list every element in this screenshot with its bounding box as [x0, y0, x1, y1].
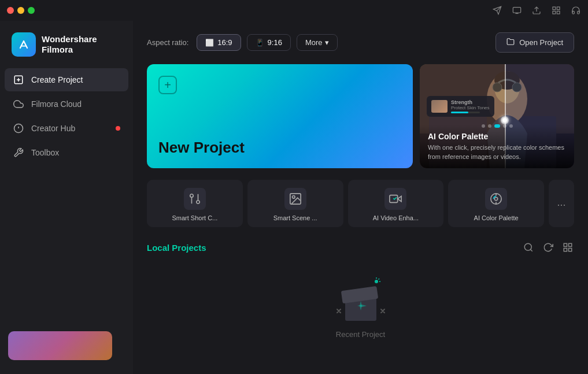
svg-point-23	[190, 194, 194, 198]
toolbox-label: Toolbox	[31, 148, 59, 157]
tool-label-0: Smart Short C...	[153, 214, 237, 221]
toolbox-icon	[13, 147, 24, 158]
aspect-ratio-label: Aspect ratio:	[147, 38, 188, 47]
landscape-icon: ⬜	[205, 39, 214, 47]
sidebar: Wondershare Filmora Create Project	[0, 21, 133, 374]
portrait-icon: 📱	[256, 39, 264, 47]
ai-tools-row: Smart Short C... Smart Scene ... AI Vide…	[147, 180, 574, 227]
aspect-btn-9-16[interactable]: 📱 9:16	[247, 34, 291, 51]
ai-split-dot	[501, 116, 509, 124]
brand-name: Wondershare	[42, 34, 97, 45]
upload-icon[interactable]	[531, 5, 542, 16]
creator-hub-label: Creator Hub	[31, 124, 75, 133]
ai-feature-card[interactable]: Strength Protect Skin Tones	[420, 64, 574, 168]
close-button[interactable]	[7, 7, 14, 14]
sidebar-item-creator-hub[interactable]: Creator Hub	[5, 117, 128, 140]
empty-state-label: Recent Project	[336, 330, 385, 339]
aspect-9-16-label: 9:16	[268, 38, 282, 47]
refresh-icon[interactable]	[542, 241, 554, 254]
app-body: Wondershare Filmora Create Project	[0, 21, 588, 374]
tool-ai-color-palette[interactable]: AI Color Palette	[448, 180, 544, 227]
maximize-button[interactable]	[28, 7, 35, 14]
aspect-ratio-bar: Aspect ratio: ⬜ 16:9 📱 9:16 More ▾ Open …	[147, 32, 574, 53]
svg-rect-40	[569, 249, 572, 251]
svg-point-24	[197, 201, 200, 204]
titlebar-actions	[492, 5, 581, 16]
sidebar-item-toolbox[interactable]: Toolbox	[5, 141, 128, 164]
ai-dot-4	[503, 124, 506, 128]
sidebar-item-filmora-cloud[interactable]: Filmora Cloud	[5, 92, 128, 116]
local-projects-actions	[522, 241, 574, 254]
svg-rect-4	[553, 11, 556, 14]
svg-rect-5	[557, 11, 560, 14]
filmora-cloud-label: Filmora Cloud	[31, 99, 82, 109]
filmora-cloud-icon	[13, 98, 24, 110]
tool-label-3: AI Color Palette	[454, 214, 538, 221]
ai-card-image: Strength Protect Skin Tones	[420, 64, 574, 168]
svg-marker-29	[398, 196, 401, 201]
local-projects-section: Local Projects	[147, 241, 574, 254]
tool-more[interactable]: ···	[549, 180, 574, 227]
tool-smart-short-cut[interactable]: Smart Short C...	[147, 180, 243, 227]
ai-skin-text: Strength Protect Skin Tones	[451, 99, 490, 113]
svg-rect-39	[564, 249, 567, 251]
app-logo: Wondershare Filmora	[0, 28, 133, 68]
smart-short-cut-icon	[184, 188, 206, 210]
empty-state: Recent Project	[147, 265, 574, 350]
sidebar-bottom	[0, 324, 133, 367]
ai-dot-3	[494, 124, 500, 128]
screen-icon[interactable]	[512, 5, 522, 16]
empty-box-illustration	[335, 277, 387, 323]
create-project-label: Create Project	[31, 75, 83, 84]
folder-icon	[506, 38, 515, 47]
minimize-button[interactable]	[17, 7, 24, 14]
aspect-16-9-label: 16:9	[217, 38, 232, 47]
grid-icon[interactable]	[551, 5, 561, 16]
open-project-label: Open Project	[519, 38, 563, 47]
svg-point-28	[292, 196, 295, 199]
tool-smart-scene[interactable]: Smart Scene ...	[247, 180, 343, 227]
ai-color-palette-icon	[485, 188, 507, 210]
svg-rect-38	[569, 243, 572, 246]
tool-label-1: Smart Scene ...	[253, 214, 338, 221]
creator-hub-icon	[13, 123, 24, 134]
chevron-down-icon: ▾	[325, 38, 329, 47]
ai-skin-thumb	[431, 100, 448, 113]
ai-skin-card: Strength Protect Skin Tones	[427, 96, 494, 117]
layout-grid-icon[interactable]	[561, 241, 574, 254]
new-project-card[interactable]: + New Project	[147, 64, 413, 168]
new-project-plus-icon: +	[158, 76, 177, 94]
svg-rect-3	[557, 7, 560, 10]
ai-dot-1	[482, 124, 485, 128]
svg-point-43	[375, 280, 378, 283]
sidebar-nav: Create Project Filmora Cloud Creator	[0, 68, 133, 164]
svg-line-36	[530, 249, 532, 251]
creator-hub-badge	[116, 126, 120, 131]
smart-scene-icon	[284, 188, 306, 210]
sidebar-item-create-project[interactable]: Create Project	[5, 68, 128, 91]
svg-line-46	[378, 279, 379, 280]
window-controls	[7, 7, 35, 14]
svg-rect-37	[564, 243, 567, 246]
search-icon[interactable]	[522, 241, 535, 254]
logo-text: Wondershare Filmora	[42, 34, 97, 55]
open-project-button[interactable]: Open Project	[495, 32, 574, 53]
user-avatar[interactable]	[8, 331, 112, 360]
new-project-title: New Project	[158, 139, 401, 157]
svg-rect-2	[553, 7, 556, 10]
create-project-icon	[13, 74, 24, 86]
headphone-icon[interactable]	[571, 5, 581, 16]
svg-point-35	[524, 243, 531, 250]
more-tools-icon: ···	[557, 199, 565, 211]
ai-card-title: AI Color Palette	[428, 132, 566, 141]
aspect-btn-16-9[interactable]: ⬜ 16:9	[197, 34, 241, 51]
ai-progress-dots	[482, 124, 513, 128]
titlebar	[0, 0, 588, 21]
share-icon[interactable]	[492, 5, 502, 16]
local-projects-title: Local Projects	[147, 243, 206, 253]
tool-ai-video-enhance[interactable]: AI Video Enha...	[348, 180, 444, 227]
ai-dot-5	[509, 124, 513, 128]
ai-dot-2	[488, 124, 491, 128]
tool-label-2: AI Video Enha...	[354, 214, 438, 221]
more-button[interactable]: More ▾	[297, 34, 338, 51]
